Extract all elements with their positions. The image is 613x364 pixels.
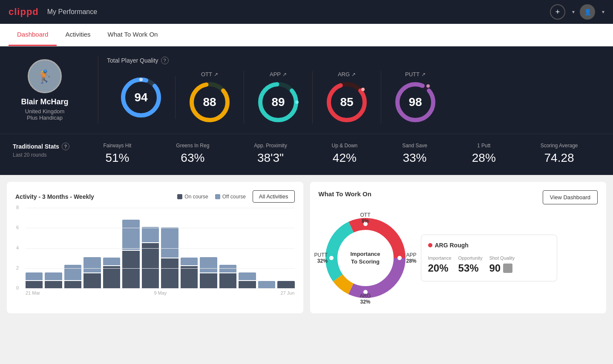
help-icon-stats[interactable]: ? <box>62 143 69 150</box>
app-trend: ↗ <box>282 72 287 77</box>
bar-group <box>83 257 101 289</box>
nav-title: My Performance <box>47 8 97 16</box>
app-logo: clippd <box>9 6 39 17</box>
avatar-emoji: 🏌️ <box>37 69 53 84</box>
svg-point-10 <box>361 88 365 91</box>
player-country: United Kingdom <box>25 108 65 115</box>
stat-oneputt: 1 Putt 28% <box>472 143 496 165</box>
ring-ott-value: 88 <box>203 95 216 109</box>
bar-oncourse <box>142 243 159 289</box>
ring-ott-svg: 88 <box>188 81 231 123</box>
ring-total: 94 <box>107 76 176 119</box>
bar-group <box>277 281 294 289</box>
wtwo-header: What To Work On View Dashboard <box>319 190 598 204</box>
ring-total-value: 94 <box>134 91 147 104</box>
tab-what-to-work-on[interactable]: What To Work On <box>99 24 167 46</box>
bar-offcourse <box>45 272 62 280</box>
wtwo-card: ARG Rough Importance 20% Opportunity 53%… <box>421 235 557 281</box>
stat-updown: Up & Down 42% <box>332 143 358 165</box>
ring-app-value: 89 <box>271 95 285 109</box>
bar-offcourse <box>200 257 217 272</box>
bar-group <box>142 227 159 289</box>
user-avatar-button[interactable]: 👤 <box>580 4 595 20</box>
legend-offcourse: Off course <box>215 194 246 200</box>
chart-area: 8 6 4 2 0 21 Mar 9 May 27 Jun <box>15 208 295 301</box>
all-activities-button[interactable]: All Activities <box>253 190 295 203</box>
add-button[interactable]: + <box>550 4 565 20</box>
bar-offcourse <box>64 265 81 280</box>
donut-center-text: ImportanceTo Scoring <box>350 250 380 266</box>
bar-group <box>219 265 236 289</box>
bar-group <box>200 257 217 289</box>
top-navigation: clippd My Performance + ▾ 👤 ▾ <box>0 0 613 24</box>
player-info: 🏌️ Blair McHarg United Kingdom Plus Hand… <box>13 59 89 121</box>
stats-items: Fairways Hit 51% Greens In Reg 63% App. … <box>81 143 600 165</box>
bar-oncourse <box>122 251 139 289</box>
bar-offcourse <box>83 257 101 272</box>
bar-oncourse <box>45 281 62 289</box>
player-handicap: Plus Handicap <box>27 115 63 121</box>
avatar-chevron[interactable]: ▾ <box>602 9 604 15</box>
chart-title: Activity - 3 Months - Weekly <box>15 193 94 200</box>
ring-arg-label: ARG ↗ <box>338 71 356 77</box>
bar-offcourse <box>103 258 120 265</box>
bar-group <box>181 258 198 289</box>
plus-icon: + <box>555 8 560 17</box>
wtwo-metric-importance: Importance 20% <box>428 255 452 274</box>
tab-dashboard[interactable]: Dashboard <box>9 24 57 46</box>
bar-oncourse <box>161 258 178 289</box>
bar-offcourse <box>26 272 43 280</box>
svg-point-7 <box>295 100 299 104</box>
ring-putt-svg: 98 <box>394 81 437 123</box>
app-label: APP28% <box>406 252 416 264</box>
wtwo-card-title: ARG Rough <box>428 242 550 249</box>
ring-arg-svg: 85 <box>325 81 368 123</box>
bar-group <box>122 220 139 289</box>
shot-quality-badge <box>503 264 512 273</box>
bar-oncourse <box>181 266 198 289</box>
bar-group <box>64 265 81 289</box>
stat-greens: Greens In Reg 63% <box>176 143 209 165</box>
score-rings: 94 OTT ↗ 88 APP <box>107 71 600 123</box>
bar-group <box>161 227 178 289</box>
player-name: Blair McHarg <box>21 97 68 106</box>
wtwo-metric-shotquality: Shot Quality 90 <box>489 255 515 274</box>
putt-trend: ↗ <box>421 72 426 77</box>
bar-group <box>239 272 256 289</box>
nav-right: + ▾ 👤 ▾ <box>550 4 604 20</box>
bar-group <box>26 272 43 289</box>
bar-oncourse <box>26 281 43 289</box>
bar-group <box>103 258 120 289</box>
ott-trend: ↗ <box>214 72 218 77</box>
bottom-panels: Activity - 3 Months - Weekly On course O… <box>0 175 613 320</box>
ring-ott: OTT ↗ 88 <box>176 71 244 123</box>
chart-header: Activity - 3 Months - Weekly On course O… <box>15 190 295 203</box>
ring-putt-value: 98 <box>409 95 422 109</box>
putt-label: PUTT32% <box>314 252 328 264</box>
bar-oncourse <box>103 266 120 289</box>
wtwo-content: ImportanceTo Scoring OTT8% APP28% ARG32%… <box>319 211 598 305</box>
ring-app: APP ↗ 89 <box>244 71 313 123</box>
svg-point-2 <box>139 78 143 81</box>
bar-oncourse <box>219 273 236 289</box>
bar-offcourse <box>219 265 236 272</box>
oncourse-dot <box>177 194 182 199</box>
help-icon-quality[interactable]: ? <box>161 57 169 64</box>
wtwo-metric-opportunity: Opportunity 53% <box>458 255 483 274</box>
view-dashboard-button[interactable]: View Dashboard <box>543 190 598 204</box>
bar-oncourse <box>64 281 81 289</box>
stat-fairways: Fairways Hit 51% <box>103 143 131 165</box>
ring-putt-label: PUTT ↗ <box>405 71 426 77</box>
wtwo-metrics: Importance 20% Opportunity 53% Shot Qual… <box>428 255 550 274</box>
tab-bar: Dashboard Activities What To Work On <box>0 24 613 46</box>
svg-point-13 <box>426 84 430 88</box>
ring-putt: PUTT ↗ 98 <box>381 71 449 123</box>
arg-label: ARG32% <box>360 293 371 305</box>
add-chevron[interactable]: ▾ <box>572 9 575 15</box>
bar-oncourse <box>239 281 256 289</box>
total-quality-label: Total Player Quality ? <box>107 57 600 64</box>
divider-vertical <box>98 57 98 123</box>
stat-scoring: Scoring Average 74.28 <box>541 143 578 165</box>
tab-activities[interactable]: Activities <box>57 24 99 46</box>
x-axis-labels: 21 Mar 9 May 27 Jun <box>15 289 295 295</box>
